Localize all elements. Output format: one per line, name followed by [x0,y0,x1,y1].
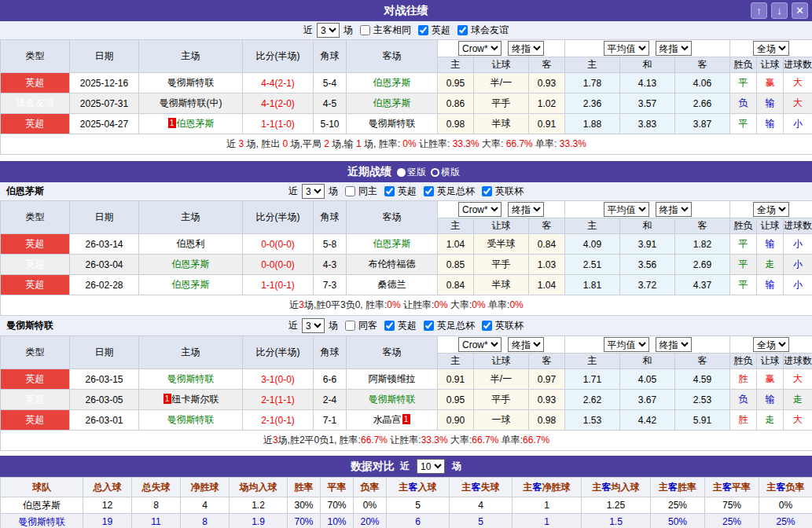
summary-segment: 0% [387,299,400,310]
filter-checkbox[interactable] [418,25,428,35]
odds-final-select[interactable]: 终指 [508,41,544,56]
view-mode-label[interactable]: 竖版 [407,167,426,178]
summary-segment: 单率: [533,138,560,149]
summary-segment: 近 [226,138,238,149]
column-subheader: 胜负 [730,57,757,73]
compare-value-cell: 1 [513,497,582,514]
filter-checkbox[interactable] [424,186,434,196]
odds-final-select[interactable]: 终指 [508,202,544,217]
scope-select[interactable]: 全场 [753,337,789,352]
result-goals-cell: 大 [784,369,812,390]
filter-checkbox[interactable] [457,25,468,35]
column-subheader: 客 [529,57,565,73]
view-mode-label[interactable]: 横版 [441,167,460,178]
column-subheader: 让球 [474,218,529,234]
result-wdl-cell: 平 [730,114,757,134]
odds-provider-select[interactable]: Crow* [458,202,502,217]
filter-checkbox[interactable] [424,321,434,331]
odds-away-cell: 0.91 [529,114,565,134]
team-name: 桑德兰 [378,279,406,290]
near-games-select[interactable]: 3 [302,184,325,199]
scope-select[interactable]: 全场 [753,202,789,217]
filter-checkbox[interactable] [360,25,370,35]
near-label: 近 [288,319,298,332]
avg-final-select[interactable]: 终指 [656,202,692,217]
section-gap [0,155,812,161]
filter-checkbox[interactable] [482,186,492,196]
near-games-select[interactable]: 3 [302,318,325,333]
compare-value-cell: 8 [181,514,230,528]
summary-segment: 大率: [448,299,472,310]
column-header: 比分(半场) [243,201,314,234]
avg-draw-cell: 4.05 [620,369,675,390]
filter-checkbox[interactable] [345,321,355,331]
odds-final-select[interactable]: 终指 [508,337,544,352]
corner-cell: 7-3 [314,275,347,295]
match-date-cell: 26-03-04 [70,255,139,275]
team-name-label: 曼彻斯特联 [6,319,53,332]
match-row: 英超26-02-28伯恩茅斯1-1(0-1)7-3桑德兰0.84半球1.041.… [1,275,812,295]
select-group: 全场 [730,41,812,56]
compare-value-cell: 4 [181,497,230,514]
avg-home-cell: 4.09 [565,234,620,255]
odds-home-cell: 0.86 [438,94,474,114]
team-name: 曼彻斯特联(中) [160,97,222,108]
filter-checkbox[interactable] [345,186,355,196]
corner-cell: 6-6 [314,369,347,390]
result-wdl-cell: 平 [730,255,757,275]
comparison-table: 球队总入球总失球净胜球场均入球胜率平率负率主客入球主客失球主客净胜球主客均入球主… [0,477,812,528]
filter-checkbox-label: 英超 [398,319,417,332]
close-button[interactable]: ✕ [792,2,808,19]
filter-checkbox[interactable] [482,321,492,331]
near-label: 近 [303,24,313,37]
compare-column-header: 主客胜率 [651,478,705,497]
avg-away-cell: 5.91 [675,410,730,431]
odds-provider-select[interactable]: Crow* [458,41,502,56]
filter-checkbox-label: 英联杯 [495,319,524,332]
near-games-select[interactable]: 3 [317,23,340,38]
avg-provider-select[interactable]: 平均值 [604,337,649,352]
header-segment: 客 [533,482,542,493]
recent-title-bar: 近期战绩 竖版横版 [0,161,812,182]
competition-badge: 英超 [1,369,70,390]
match-row: 球会友谊2025-07-31曼彻斯特联(中)4-1(2-0)4-5伯恩茅斯0.8… [1,94,812,114]
header-segment: 主 [593,482,602,493]
filter-checkbox[interactable] [384,321,395,331]
filter-checkbox-label: 英超 [398,185,417,198]
column-header: 角球 [314,40,347,73]
bournemouth-table-container: 类型日期主场比分(半场)角球客场Crow*终指平均值终指全场主让球客主和客胜负让… [0,200,812,316]
header-segment: 主 [399,482,409,493]
compare-value-cell: 20% [354,514,387,528]
view-mode-radio[interactable] [431,168,439,177]
avg-final-select[interactable]: 终指 [656,337,692,352]
odds-provider-select[interactable]: Crow* [458,337,502,352]
summary-segment: 单率: [486,299,510,310]
compare-games-select[interactable]: 10 [417,459,445,474]
header-segment: 主 [462,482,472,493]
odds-away-cell: 1.04 [529,275,565,295]
column-subheader: 进球数 [784,218,812,234]
scroll-down-button[interactable]: ↓ [771,2,788,19]
avg-final-select[interactable]: 终指 [656,41,692,56]
filter-checkbox-label: 英联杯 [495,185,524,198]
summary-segment: 场, 胜出 [244,138,282,149]
view-mode-radio[interactable] [397,168,406,177]
avg-provider-select[interactable]: 平均值 [604,202,649,217]
home-team-cell: 曼彻斯特联 [139,410,243,431]
handicap-cell: 半球 [474,275,529,295]
column-header: 角球 [314,336,347,369]
result-goals-cell: 大 [784,73,812,94]
match-row: 英超2025-04-271伯恩茅斯1-1(1-0)5-10曼彻斯特联0.98半球… [1,114,812,134]
match-date-cell: 2025-07-31 [70,94,139,114]
column-subheader: 进球数 [784,57,812,73]
avg-provider-select[interactable]: 平均值 [604,41,649,56]
team-name: 纽卡斯尔联 [172,394,219,405]
scroll-up-button[interactable]: ↑ [751,2,767,19]
filter-checkbox[interactable] [384,186,395,196]
avg-away-cell: 2.69 [675,255,730,275]
odds-group-header: Crow*终指 [438,336,565,354]
manutd-table-container: 类型日期主场比分(半场)角球客场Crow*终指平均值终指全场主让球客主和客胜负让… [0,336,812,451]
filter-checkbox-label: 英足总杯 [437,185,475,198]
column-subheader: 主 [438,354,474,369]
scope-select[interactable]: 全场 [753,41,789,56]
